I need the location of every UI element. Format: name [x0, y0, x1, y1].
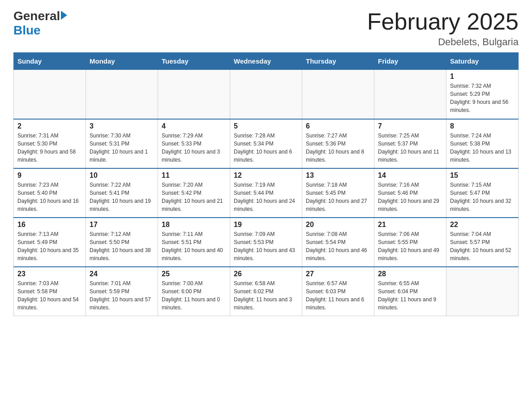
- calendar-cell: [446, 267, 519, 316]
- weekday-header-thursday: Thursday: [302, 53, 374, 70]
- day-info: Sunrise: 7:01 AMSunset: 5:59 PMDaylight:…: [90, 279, 154, 312]
- day-info: Sunrise: 7:20 AMSunset: 5:42 PMDaylight:…: [162, 181, 226, 213]
- calendar-cell: 9Sunrise: 7:23 AMSunset: 5:40 PMDaylight…: [14, 168, 86, 218]
- day-number: 14: [378, 171, 442, 180]
- calendar-week-row-5: 23Sunrise: 7:03 AMSunset: 5:58 PMDayligh…: [14, 267, 519, 316]
- day-info: Sunrise: 6:55 AMSunset: 6:04 PMDaylight:…: [378, 279, 442, 312]
- calendar-cell: 20Sunrise: 7:08 AMSunset: 5:54 PMDayligh…: [302, 218, 374, 267]
- day-number: 26: [234, 270, 298, 278]
- day-info: Sunrise: 7:18 AMSunset: 5:45 PMDaylight:…: [306, 181, 370, 213]
- calendar-cell: 26Sunrise: 6:58 AMSunset: 6:02 PMDayligh…: [230, 267, 302, 316]
- title-block: February 2025 Debelets, Bulgaria: [367, 9, 519, 48]
- calendar-cell: 2Sunrise: 7:31 AMSunset: 5:30 PMDaylight…: [14, 119, 86, 168]
- calendar-cell: [86, 70, 158, 119]
- weekday-header-saturday: Saturday: [446, 53, 519, 70]
- day-number: 10: [90, 171, 154, 180]
- day-info: Sunrise: 7:15 AMSunset: 5:47 PMDaylight:…: [450, 181, 515, 213]
- calendar-cell: 23Sunrise: 7:03 AMSunset: 5:58 PMDayligh…: [14, 267, 86, 316]
- weekday-header-sunday: Sunday: [14, 53, 86, 70]
- day-info: Sunrise: 7:31 AMSunset: 5:30 PMDaylight:…: [17, 132, 82, 164]
- day-number: 1: [450, 73, 515, 81]
- calendar-cell: 1Sunrise: 7:32 AMSunset: 5:29 PMDaylight…: [446, 70, 519, 119]
- weekday-header-monday: Monday: [86, 53, 158, 70]
- calendar-cell: 15Sunrise: 7:15 AMSunset: 5:47 PMDayligh…: [446, 168, 519, 218]
- day-number: 2: [17, 122, 82, 130]
- day-info: Sunrise: 7:32 AMSunset: 5:29 PMDaylight:…: [450, 82, 515, 114]
- day-info: Sunrise: 7:08 AMSunset: 5:54 PMDaylight:…: [306, 230, 370, 262]
- day-info: Sunrise: 7:11 AMSunset: 5:51 PMDaylight:…: [162, 230, 226, 262]
- day-info: Sunrise: 7:25 AMSunset: 5:37 PMDaylight:…: [378, 132, 442, 164]
- calendar-cell: 11Sunrise: 7:20 AMSunset: 5:42 PMDayligh…: [158, 168, 230, 218]
- day-info: Sunrise: 7:19 AMSunset: 5:44 PMDaylight:…: [234, 181, 298, 213]
- calendar-cell: 6Sunrise: 7:27 AMSunset: 5:36 PMDaylight…: [302, 119, 374, 168]
- day-number: 8: [450, 122, 515, 130]
- weekday-header-tuesday: Tuesday: [158, 53, 230, 70]
- calendar-cell: 25Sunrise: 7:00 AMSunset: 6:00 PMDayligh…: [158, 267, 230, 316]
- calendar-cell: 10Sunrise: 7:22 AMSunset: 5:41 PMDayligh…: [86, 168, 158, 218]
- day-number: 9: [17, 171, 82, 180]
- day-info: Sunrise: 7:00 AMSunset: 6:00 PMDaylight:…: [162, 279, 226, 312]
- calendar-table: SundayMondayTuesdayWednesdayThursdayFrid…: [13, 52, 519, 316]
- day-number: 20: [306, 221, 370, 229]
- calendar-cell: 13Sunrise: 7:18 AMSunset: 5:45 PMDayligh…: [302, 168, 374, 218]
- day-number: 23: [17, 270, 82, 278]
- calendar-cell: [374, 70, 446, 119]
- calendar-cell: 21Sunrise: 7:06 AMSunset: 5:55 PMDayligh…: [374, 218, 446, 267]
- calendar-cell: 7Sunrise: 7:25 AMSunset: 5:37 PMDaylight…: [374, 119, 446, 168]
- calendar-week-row-4: 16Sunrise: 7:13 AMSunset: 5:49 PMDayligh…: [14, 218, 519, 267]
- calendar-week-row-1: 1Sunrise: 7:32 AMSunset: 5:29 PMDaylight…: [14, 70, 519, 119]
- weekday-header-wednesday: Wednesday: [230, 53, 302, 70]
- day-info: Sunrise: 7:27 AMSunset: 5:36 PMDaylight:…: [306, 132, 370, 164]
- calendar-subtitle: Debelets, Bulgaria: [367, 36, 519, 48]
- calendar-cell: 28Sunrise: 6:55 AMSunset: 6:04 PMDayligh…: [374, 267, 446, 316]
- calendar-cell: 17Sunrise: 7:12 AMSunset: 5:50 PMDayligh…: [86, 218, 158, 267]
- calendar-cell: 24Sunrise: 7:01 AMSunset: 5:59 PMDayligh…: [86, 267, 158, 316]
- logo: General Blue: [13, 9, 67, 38]
- day-number: 5: [234, 122, 298, 130]
- calendar-cell: 5Sunrise: 7:28 AMSunset: 5:34 PMDaylight…: [230, 119, 302, 168]
- logo-arrow-icon: [61, 11, 67, 20]
- day-number: 19: [234, 221, 298, 229]
- day-number: 3: [90, 122, 154, 130]
- calendar-cell: 19Sunrise: 7:09 AMSunset: 5:53 PMDayligh…: [230, 218, 302, 267]
- calendar-cell: 16Sunrise: 7:13 AMSunset: 5:49 PMDayligh…: [14, 218, 86, 267]
- calendar-cell: [230, 70, 302, 119]
- calendar-cell: 4Sunrise: 7:29 AMSunset: 5:33 PMDaylight…: [158, 119, 230, 168]
- calendar-cell: [302, 70, 374, 119]
- day-number: 22: [450, 221, 515, 229]
- day-info: Sunrise: 6:57 AMSunset: 6:03 PMDaylight:…: [306, 279, 370, 312]
- day-info: Sunrise: 7:29 AMSunset: 5:33 PMDaylight:…: [162, 132, 226, 164]
- calendar-cell: 8Sunrise: 7:24 AMSunset: 5:38 PMDaylight…: [446, 119, 519, 168]
- calendar-cell: 14Sunrise: 7:16 AMSunset: 5:46 PMDayligh…: [374, 168, 446, 218]
- day-info: Sunrise: 7:30 AMSunset: 5:31 PMDaylight:…: [90, 132, 154, 164]
- calendar-cell: 12Sunrise: 7:19 AMSunset: 5:44 PMDayligh…: [230, 168, 302, 218]
- day-number: 4: [162, 122, 226, 130]
- day-info: Sunrise: 7:09 AMSunset: 5:53 PMDaylight:…: [234, 230, 298, 262]
- calendar-week-row-2: 2Sunrise: 7:31 AMSunset: 5:30 PMDaylight…: [14, 119, 519, 168]
- calendar-title: February 2025: [367, 9, 519, 34]
- day-info: Sunrise: 6:58 AMSunset: 6:02 PMDaylight:…: [234, 279, 298, 312]
- day-info: Sunrise: 7:22 AMSunset: 5:41 PMDaylight:…: [90, 181, 154, 213]
- day-number: 11: [162, 171, 226, 180]
- day-info: Sunrise: 7:28 AMSunset: 5:34 PMDaylight:…: [234, 132, 298, 164]
- day-number: 18: [162, 221, 226, 229]
- logo-general-text: General: [13, 9, 60, 23]
- day-info: Sunrise: 7:03 AMSunset: 5:58 PMDaylight:…: [17, 279, 82, 312]
- day-info: Sunrise: 7:04 AMSunset: 5:57 PMDaylight:…: [450, 230, 515, 262]
- logo-blue-text: Blue: [13, 23, 67, 38]
- calendar-cell: [14, 70, 86, 119]
- day-number: 17: [90, 221, 154, 229]
- weekday-header-row: SundayMondayTuesdayWednesdayThursdayFrid…: [14, 53, 519, 70]
- calendar-week-row-3: 9Sunrise: 7:23 AMSunset: 5:40 PMDaylight…: [14, 168, 519, 218]
- day-info: Sunrise: 7:06 AMSunset: 5:55 PMDaylight:…: [378, 230, 442, 262]
- day-number: 13: [306, 171, 370, 180]
- day-number: 6: [306, 122, 370, 130]
- day-info: Sunrise: 7:16 AMSunset: 5:46 PMDaylight:…: [378, 181, 442, 213]
- day-info: Sunrise: 7:24 AMSunset: 5:38 PMDaylight:…: [450, 132, 515, 164]
- day-number: 12: [234, 171, 298, 180]
- day-number: 15: [450, 171, 515, 180]
- day-info: Sunrise: 7:13 AMSunset: 5:49 PMDaylight:…: [17, 230, 82, 262]
- day-number: 27: [306, 270, 370, 278]
- day-number: 21: [378, 221, 442, 229]
- calendar-cell: 3Sunrise: 7:30 AMSunset: 5:31 PMDaylight…: [86, 119, 158, 168]
